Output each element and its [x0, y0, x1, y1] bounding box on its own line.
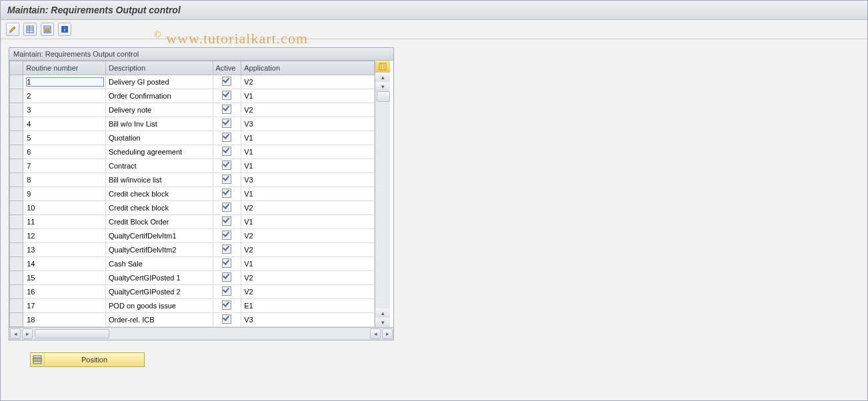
hscroll-track[interactable]	[33, 329, 369, 338]
table-row[interactable]	[10, 271, 375, 285]
description-input[interactable]	[109, 288, 209, 296]
row-selector[interactable]	[10, 229, 23, 243]
scroll-up-icon[interactable]: ▴	[375, 73, 390, 82]
active-checkbox[interactable]	[222, 314, 231, 324]
active-checkbox[interactable]	[222, 286, 231, 296]
description-input[interactable]	[109, 316, 209, 324]
routine-number-input[interactable]	[26, 217, 104, 226]
row-selector[interactable]	[10, 173, 23, 187]
application-input[interactable]	[244, 246, 371, 254]
description-input[interactable]	[109, 106, 209, 114]
row-selector[interactable]	[10, 187, 23, 201]
description-input[interactable]	[109, 246, 209, 254]
active-checkbox[interactable]	[222, 244, 231, 254]
active-checkbox[interactable]	[222, 91, 231, 100]
scroll-up2-icon[interactable]: ▴	[375, 308, 390, 318]
active-checkbox[interactable]	[222, 175, 231, 184]
description-input[interactable]	[109, 120, 209, 128]
description-input[interactable]	[109, 190, 209, 198]
active-checkbox[interactable]	[222, 216, 231, 226]
description-input[interactable]	[109, 274, 209, 282]
routine-number-input[interactable]	[26, 91, 104, 101]
description-input[interactable]	[109, 148, 209, 156]
horizontal-scrollbar[interactable]: ◂ ▸ ◂ ▸	[9, 327, 393, 340]
description-input[interactable]	[109, 218, 209, 226]
routine-number-input[interactable]	[26, 301, 104, 310]
active-checkbox[interactable]	[222, 272, 231, 282]
routine-number-input[interactable]	[26, 245, 104, 254]
application-input[interactable]	[244, 120, 371, 128]
col-active[interactable]: Active	[213, 61, 241, 75]
table-row[interactable]	[10, 187, 375, 201]
active-checkbox[interactable]	[222, 258, 231, 268]
info-icon[interactable]: i	[58, 23, 71, 36]
scroll-down-icon[interactable]: ▾	[375, 82, 390, 91]
row-selector[interactable]	[10, 257, 23, 271]
table-row[interactable]	[10, 257, 375, 271]
application-input[interactable]	[244, 232, 371, 240]
description-input[interactable]	[109, 302, 209, 310]
row-selector[interactable]	[10, 299, 23, 313]
row-selector[interactable]	[10, 313, 23, 327]
active-checkbox[interactable]	[222, 133, 231, 142]
routine-number-input[interactable]	[26, 105, 104, 115]
application-input[interactable]	[244, 176, 371, 184]
row-selector[interactable]	[10, 117, 23, 131]
routine-number-input[interactable]	[26, 273, 104, 282]
active-checkbox[interactable]	[222, 105, 231, 114]
application-input[interactable]	[244, 302, 371, 310]
active-checkbox[interactable]	[222, 189, 231, 198]
row-selector[interactable]	[10, 131, 23, 145]
table-row[interactable]	[10, 201, 375, 215]
table-row[interactable]	[10, 313, 375, 327]
row-selector[interactable]	[10, 75, 23, 89]
description-input[interactable]	[109, 176, 209, 184]
scroll-thumb[interactable]	[377, 91, 390, 102]
table-row[interactable]	[10, 173, 375, 187]
description-input[interactable]	[109, 232, 209, 240]
row-selector[interactable]	[10, 159, 23, 173]
table-row[interactable]	[10, 229, 375, 243]
active-checkbox[interactable]	[222, 119, 231, 128]
application-input[interactable]	[244, 288, 371, 296]
row-selector[interactable]	[10, 271, 23, 285]
table-row[interactable]	[10, 159, 375, 173]
application-input[interactable]	[244, 106, 371, 114]
row-selector[interactable]	[10, 215, 23, 229]
active-checkbox[interactable]	[222, 202, 231, 212]
table-row[interactable]	[10, 75, 375, 89]
configure-columns-icon[interactable]	[375, 61, 390, 73]
col-application[interactable]: Application	[241, 61, 375, 75]
routine-number-input[interactable]	[26, 161, 104, 171]
hscroll-right-icon[interactable]: ▸	[22, 328, 33, 339]
description-input[interactable]	[109, 162, 209, 170]
hscroll-right2-icon[interactable]: ▸	[382, 328, 393, 339]
routine-number-input[interactable]	[26, 315, 104, 324]
application-input[interactable]	[244, 162, 371, 170]
table-row[interactable]	[10, 89, 375, 103]
active-checkbox[interactable]	[222, 230, 231, 240]
table-row[interactable]	[10, 285, 375, 299]
table-row[interactable]	[10, 117, 375, 131]
pencil-icon[interactable]	[6, 23, 19, 36]
routine-number-input[interactable]	[26, 147, 104, 157]
routine-number-input[interactable]	[26, 189, 104, 199]
application-input[interactable]	[244, 218, 371, 226]
row-selector[interactable]	[10, 89, 23, 103]
select-all-header[interactable]	[10, 61, 23, 75]
routine-number-input[interactable]	[26, 119, 104, 129]
description-input[interactable]	[109, 92, 209, 100]
active-checkbox[interactable]	[222, 300, 231, 310]
hscroll-left2-icon[interactable]: ◂	[370, 328, 381, 339]
col-description[interactable]: Description	[106, 61, 213, 75]
row-selector[interactable]	[10, 201, 23, 215]
table-row[interactable]	[10, 299, 375, 313]
col-routine-number[interactable]: Routine number	[23, 61, 106, 75]
routine-number-input[interactable]	[26, 203, 104, 212]
hscroll-left-icon[interactable]: ◂	[10, 328, 21, 339]
routine-number-input[interactable]	[26, 259, 104, 268]
description-input[interactable]	[109, 78, 209, 86]
active-checkbox[interactable]	[222, 161, 231, 170]
vertical-scrollbar[interactable]: ▴ ▾ ▴ ▾	[375, 61, 390, 327]
application-input[interactable]	[244, 204, 371, 212]
